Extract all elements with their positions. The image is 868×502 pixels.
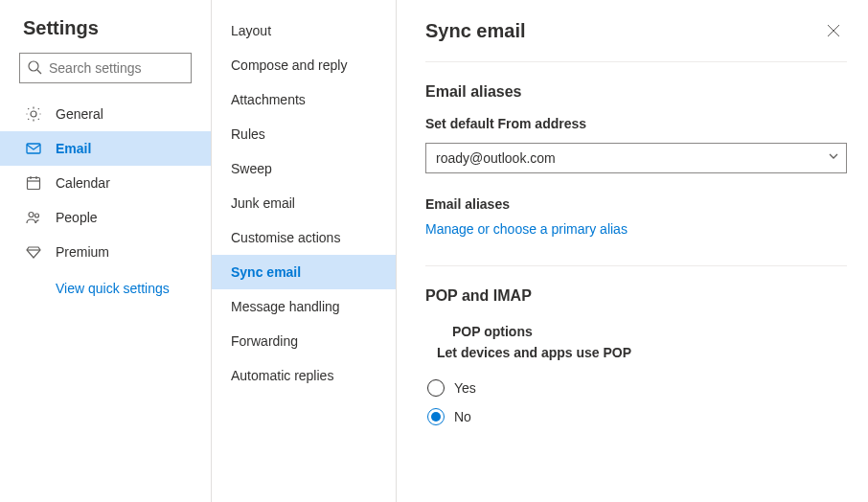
subnav-label: Rules [231,126,265,142]
svg-rect-4 [28,178,40,190]
calendar-icon [25,174,42,192]
subnav-label: Attachments [231,92,306,107]
nav-item-general[interactable]: General [0,97,211,131]
chevron-down-icon [828,150,839,162]
panel-header: Sync email [425,17,847,62]
subnav-label: Automatic replies [231,368,333,383]
aliases-label: Email aliases [425,196,847,212]
subnav-label: Junk email [231,195,295,211]
pop-options-label: POP options [425,324,847,339]
primary-nav: General Email Calendar [0,97,211,269]
svg-line-1 [37,70,41,74]
pop-options: POP options Let devices and apps use POP… [425,320,847,431]
default-from-select-wrap: roady@outlook.com [425,143,847,173]
nav-label: People [56,210,98,225]
svg-rect-3 [27,144,40,153]
content-panel: Sync email Email aliases Set default Fro… [397,0,868,502]
pop-radio-yes[interactable]: Yes [425,374,847,402]
subnav-sync-email[interactable]: Sync email [212,255,396,289]
allow-pop-label: Let devices and apps use POP [425,345,847,360]
search-input[interactable] [19,53,192,83]
view-quick-settings-link[interactable]: View quick settings [0,269,211,296]
subnav-rules[interactable]: Rules [212,117,396,151]
nav-item-email[interactable]: Email [0,131,211,166]
radio-label: No [454,409,471,424]
radio-label: Yes [454,380,476,396]
subnav-sweep[interactable]: Sweep [212,151,396,186]
nav-item-premium[interactable]: Premium [0,235,211,269]
subnav-customise[interactable]: Customise actions [212,220,396,255]
subnav-label: Forwarding [231,333,298,349]
email-aliases-section: Email aliases Set default From address r… [425,62,847,237]
svg-point-0 [29,61,38,71]
nav-label: Premium [56,244,109,260]
nav-label: Email [56,141,91,156]
default-from-value: roady@outlook.com [436,150,556,166]
search-wrapper [19,53,192,83]
pop-imap-section: POP and IMAP POP options Let devices and… [425,266,847,431]
nav-item-calendar[interactable]: Calendar [0,166,211,200]
subnav-auto-replies[interactable]: Automatic replies [212,358,396,393]
pop-radio-no[interactable]: No [425,402,847,431]
subnav-attachments[interactable]: Attachments [212,82,396,117]
people-icon [25,209,42,226]
aliases-section-title: Email aliases [425,83,847,101]
subnav-label: Customise actions [231,230,340,245]
default-from-label: Set default From address [425,116,847,131]
manage-alias-link[interactable]: Manage or choose a primary alias [425,221,628,237]
close-icon [827,24,840,37]
subnav-label: Message handling [231,299,340,314]
secondary-sidebar: Layout Compose and reply Attachments Rul… [212,0,397,502]
search-icon [27,59,42,75]
subnav-compose[interactable]: Compose and reply [212,48,396,82]
close-button[interactable] [820,17,847,44]
subnav-label: Sweep [231,161,272,176]
diamond-icon [25,243,42,261]
default-from-select[interactable]: roady@outlook.com [425,143,847,173]
subnav-junk[interactable]: Junk email [212,186,396,220]
svg-point-8 [29,213,34,217]
subnav-forwarding[interactable]: Forwarding [212,324,396,358]
subnav-message-handling[interactable]: Message handling [212,289,396,324]
nav-label: General [56,106,103,122]
subnav-label: Compose and reply [231,57,347,73]
nav-label: Calendar [56,175,110,191]
secondary-nav: Layout Compose and reply Attachments Rul… [212,13,396,393]
svg-point-9 [35,214,39,217]
mail-icon [25,140,42,157]
subnav-label: Sync email [231,264,301,280]
subnav-label: Layout [231,23,271,38]
settings-title: Settings [0,0,211,53]
radio-icon [427,408,445,425]
nav-item-people[interactable]: People [0,200,211,235]
primary-sidebar: Settings General [0,0,212,502]
gear-icon [25,105,42,123]
radio-icon [427,379,445,397]
svg-point-2 [31,111,36,117]
subnav-layout[interactable]: Layout [212,13,396,48]
panel-title: Sync email [425,20,526,42]
pop-imap-title: POP and IMAP [425,287,847,305]
